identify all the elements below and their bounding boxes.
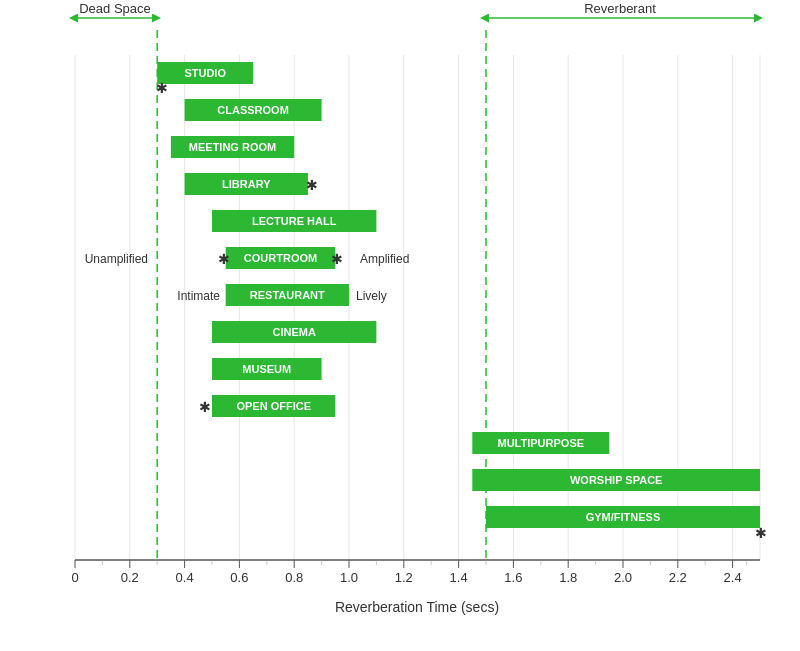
label-meeting-room: MEETING ROOM — [189, 141, 276, 153]
x-label-14: 1.4 — [450, 570, 468, 585]
x-label-02: 0.2 — [121, 570, 139, 585]
x-label-08: 0.8 — [285, 570, 303, 585]
chart-container: // Computed in SVG via JS after render 0… — [0, 0, 800, 651]
star-courtroom-end: ✱ — [331, 251, 343, 267]
star-gym-end: ✱ — [755, 525, 767, 541]
star-studio: ✱ — [156, 80, 168, 96]
label-classroom: CLASSROOM — [217, 104, 289, 116]
reverberant-label: Reverberant — [584, 1, 656, 16]
unamplified-label: Unamplified — [85, 252, 148, 266]
x-label-0: 0 — [71, 570, 78, 585]
star-open-office-start: ✱ — [199, 399, 211, 415]
lively-label: Lively — [356, 289, 387, 303]
x-label-18: 1.8 — [559, 570, 577, 585]
x-label-06: 0.6 — [230, 570, 248, 585]
svg-rect-0 — [0, 0, 800, 651]
dead-space-label: Dead Space — [79, 1, 151, 16]
label-studio: STUDIO — [184, 67, 226, 79]
x-label-22: 2.2 — [669, 570, 687, 585]
x-label-20: 2.0 — [614, 570, 632, 585]
x-axis-title: Reverberation Time (secs) — [335, 599, 499, 615]
x-label-24: 2.4 — [724, 570, 742, 585]
label-museum: MUSEUM — [242, 363, 291, 375]
x-label-16: 1.6 — [504, 570, 522, 585]
x-label-12: 1.2 — [395, 570, 413, 585]
intimate-label: Intimate — [177, 289, 220, 303]
x-label-04: 0.4 — [176, 570, 194, 585]
label-lecture-hall: LECTURE HALL — [252, 215, 337, 227]
label-multipurpose: MULTIPURPOSE — [498, 437, 585, 449]
label-cinema: CINEMA — [273, 326, 316, 338]
star-library-end: ✱ — [306, 177, 318, 193]
x-label-10: 1.0 — [340, 570, 358, 585]
label-worship-space: WORSHIP SPACE — [570, 474, 663, 486]
label-open-office: OPEN OFFICE — [236, 400, 311, 412]
label-restaurant: RESTAURANT — [250, 289, 325, 301]
label-gym-fitness: GYM/FITNESS — [586, 511, 661, 523]
label-courtroom: COURTROOM — [244, 252, 317, 264]
label-library: LIBRARY — [222, 178, 271, 190]
star-courtroom-start: ✱ — [218, 251, 230, 267]
amplified-label: Amplified — [360, 252, 409, 266]
